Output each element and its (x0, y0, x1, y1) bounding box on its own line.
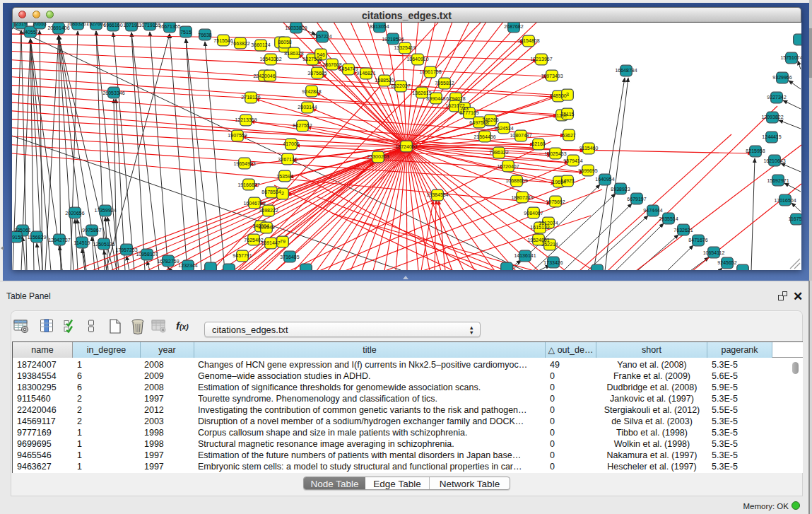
svg-text:17016504: 17016504 (774, 198, 796, 203)
svg-text:8454749: 8454749 (339, 66, 358, 71)
svg-text:9474444: 9474444 (643, 208, 662, 213)
svg-text:2718126: 2718126 (241, 95, 260, 100)
svg-text:14136141: 14136141 (514, 253, 536, 258)
svg-text:6679197: 6679197 (627, 197, 646, 201)
svg-text:62160: 62160 (531, 141, 546, 146)
svg-text:7986322: 7986322 (489, 150, 508, 155)
svg-text:9146821: 9146821 (356, 71, 375, 76)
svg-text:16046788: 16046788 (243, 201, 265, 206)
svg-text:9227342: 9227342 (767, 95, 786, 100)
svg-text:8471676: 8471676 (688, 238, 707, 243)
svg-text:10688609: 10688609 (505, 178, 527, 183)
svg-text:15751074: 15751074 (780, 55, 801, 60)
svg-text:3698222: 3698222 (259, 208, 278, 213)
svg-text:15720407: 15720407 (497, 164, 519, 169)
svg-text:7955812: 7955812 (435, 81, 454, 86)
svg-text:10025433: 10025433 (544, 151, 566, 156)
svg-text:3660124: 3660124 (251, 42, 270, 47)
svg-text:14923: 14923 (560, 178, 575, 183)
svg-text:1691447: 1691447 (261, 240, 280, 245)
svg-text:9327508: 9327508 (302, 57, 322, 62)
svg-text:12505135: 12505135 (93, 242, 114, 247)
svg-text:140557: 140557 (22, 30, 38, 35)
svg-text:22420046: 22420046 (253, 74, 275, 78)
svg-text:9245652: 9245652 (717, 260, 736, 265)
svg-text:9115460: 9115460 (579, 146, 599, 151)
svg-text:252214: 252214 (541, 242, 558, 247)
svg-text:16210643: 16210643 (763, 158, 785, 163)
svg-text:3624534: 3624534 (494, 126, 513, 131)
svg-text:9579414: 9579414 (563, 158, 582, 163)
svg-text:8215958: 8215958 (746, 148, 765, 153)
svg-text:2319: 2319 (16, 23, 27, 26)
svg-text:12093822: 12093822 (761, 115, 783, 119)
svg-text:1615132: 1615132 (530, 225, 549, 230)
svg-text:10973493: 10973493 (541, 74, 563, 78)
svg-text:10654112: 10654112 (703, 250, 725, 255)
svg-text:835061: 835061 (14, 228, 30, 233)
svg-text:23300203: 23300203 (367, 154, 389, 159)
svg-text:546: 546 (317, 52, 325, 57)
svg-text:8186328: 8186328 (284, 51, 303, 56)
svg-text:1156829: 1156829 (28, 235, 47, 240)
svg-text:10958107: 10958107 (136, 252, 158, 257)
svg-text:409949: 409949 (258, 225, 274, 230)
svg-text:1907559: 1907559 (228, 133, 247, 138)
svg-text:9242848: 9242848 (302, 89, 321, 94)
svg-text:26053346: 26053346 (102, 90, 124, 95)
svg-text:17957253: 17957253 (115, 247, 137, 252)
svg-text:9329966: 9329966 (772, 75, 792, 80)
svg-text:8678534: 8678534 (261, 189, 281, 194)
svg-text:8990448: 8990448 (426, 96, 445, 101)
svg-text:16033809: 16033809 (285, 25, 307, 30)
svg-text:2: 2 (281, 191, 284, 196)
svg-text:9699695: 9699695 (578, 168, 597, 173)
svg-text:18807249: 18807249 (511, 195, 533, 200)
svg-text:75115: 75115 (561, 112, 575, 117)
svg-text:3875685: 3875685 (307, 71, 326, 76)
svg-text:8427552: 8427552 (293, 123, 312, 128)
svg-text:3267130: 3267130 (278, 157, 297, 162)
svg-text:8322037: 8322037 (391, 83, 410, 88)
svg-text:76638: 76638 (198, 33, 212, 37)
svg-text:153594: 153594 (276, 174, 293, 179)
svg-text:1733426: 1733426 (543, 260, 563, 265)
svg-text:1975692: 1975692 (546, 199, 565, 204)
svg-text:9084067: 9084067 (524, 211, 543, 216)
svg-text:18640910: 18640910 (406, 57, 428, 62)
svg-text:2020656: 2020656 (65, 211, 84, 216)
svg-text:13325419: 13325419 (394, 45, 416, 50)
svg-text:3716485: 3716485 (280, 255, 299, 259)
svg-text:17359924: 17359924 (94, 208, 116, 213)
svg-text:417006: 417006 (283, 141, 299, 146)
svg-text:2803144: 2803144 (298, 105, 317, 110)
svg-text:16154808: 16154808 (517, 38, 539, 43)
svg-text:116753: 116753 (789, 216, 801, 221)
svg-text:7357224: 7357224 (312, 34, 331, 39)
svg-text:1232344: 1232344 (178, 263, 197, 268)
svg-text:10719155: 10719155 (139, 23, 160, 28)
svg-text:107191: 107191 (123, 23, 139, 28)
svg-text:1640954: 1640954 (595, 177, 614, 182)
svg-text:748500: 748500 (550, 93, 566, 98)
svg-text:9457791: 9457791 (233, 253, 252, 258)
svg-text:18724007: 18724007 (395, 144, 417, 149)
svg-text:7663822: 7663822 (230, 41, 249, 46)
svg-text:15692971: 15692971 (767, 178, 789, 183)
svg-text:79: 79 (280, 239, 286, 244)
svg-text:2935514: 2935514 (659, 216, 678, 221)
svg-text:1588520: 1588520 (375, 78, 394, 83)
svg-text:19384554: 19384554 (426, 192, 448, 197)
svg-text:9975867: 9975867 (82, 228, 101, 233)
svg-text:2687682: 2687682 (504, 24, 523, 29)
svg-text:20553: 20553 (33, 23, 47, 26)
svg-text:7632621: 7632621 (673, 228, 693, 233)
svg-text:53627: 53627 (562, 133, 576, 138)
svg-text:19166827: 19166827 (237, 182, 259, 187)
svg-text:3: 3 (566, 92, 569, 97)
svg-text:12213967: 12213967 (530, 57, 552, 62)
svg-text:16671355: 16671355 (158, 24, 180, 29)
svg-text:10961758: 10961758 (419, 69, 441, 74)
svg-text:12213369: 12213369 (235, 117, 257, 122)
svg-text:8938923: 8938923 (611, 187, 630, 192)
